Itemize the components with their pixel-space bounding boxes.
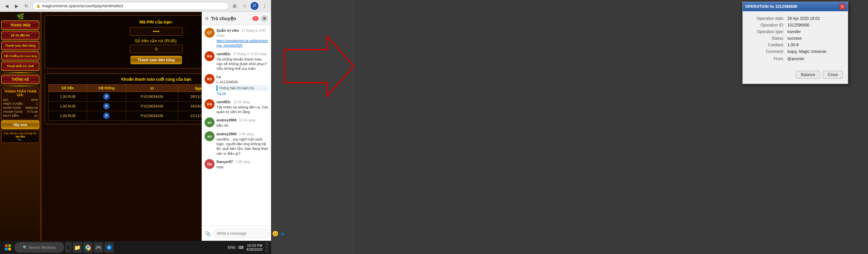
browser-content: 🌿 TRANG WEB Số dư đặt lên Thanh toán đơn…	[0, 12, 271, 254]
op-status-row: Status: success	[749, 36, 841, 41]
profile-icon[interactable]: P	[251, 2, 258, 10]
project-name: Na thu	[3, 135, 38, 138]
chat-msg-text: https://smartproject.at.ua/blog/vazhnye_…	[217, 38, 269, 48]
chat-menu-icon[interactable]: ≡	[205, 16, 208, 22]
thanh-toan-value: 7772.00	[27, 110, 38, 113]
chat-msg-text: hola	[217, 165, 269, 169]
chat-msg-name: Quản trị viên	[217, 28, 239, 32]
chat-panel: ≡ Trò chuyện 9 ✕ QT Quản trị viên 27 thá…	[202, 12, 271, 241]
op-type-row: Operation type: transfer	[749, 29, 841, 34]
sidebar-divider-1	[1, 73, 39, 73]
op-date-row: Operation date: 28 Apr 2020 18:02	[749, 16, 841, 21]
chat-avatar: QT	[205, 28, 215, 38]
col-system: Hệ thống	[87, 85, 126, 92]
refresh-button[interactable]: ↻	[23, 2, 30, 10]
search-button[interactable]: 🔍 Search Windows	[14, 242, 64, 253]
game-sidebar: 🌿 TRANG WEB Số dư đặt lên Thanh toán đơn…	[0, 12, 41, 254]
cell-amount: 1,00 RUB	[49, 102, 87, 111]
pin-input[interactable]	[130, 27, 183, 36]
cell-amount: 1,00 RUB	[49, 92, 87, 102]
thoat-button[interactable]: Thoát khỏi trò chơi	[1, 61, 39, 71]
tien-thuong-button[interactable]: Tiền thưởng khi mua hàng	[1, 51, 39, 60]
vine-top: 🌿	[17, 13, 24, 20]
chat-msg-text: bắn rồi	[217, 123, 269, 128]
chat-avatar: RA	[205, 99, 215, 109]
chat-title: Trò chuyện	[211, 16, 250, 21]
chat-msg-name: ramil81r	[217, 52, 231, 56]
extensions-icon[interactable]: ⊞	[231, 2, 239, 10]
right-panel: OPERATION № 1012596690 ✕ Operation date:…	[354, 0, 868, 254]
close-action-button[interactable]: Close	[823, 71, 843, 79]
chat-input[interactable]	[213, 229, 270, 238]
operation-dialog: OPERATION № 1012596690 ✕ Operation date:…	[742, 2, 848, 84]
dialog-close-x-button[interactable]: ✕	[839, 4, 845, 9]
chat-link[interactable]: https://smartproject.at.ua/blog/vazhnye_…	[217, 39, 268, 47]
balance-button[interactable]: Balance	[796, 71, 820, 79]
thanh-toan-stat: THANH TOÁN: 7772.00	[3, 110, 38, 114]
chat-avatar: an	[205, 117, 215, 127]
url-bar[interactable]: 🔒 magicuniverse.space/account/payment#se…	[32, 2, 229, 10]
start-button[interactable]	[3, 242, 13, 253]
chat-header: ≡ Trò chuyện 9 ✕	[202, 12, 271, 25]
chat-msg-content: Quản trị viên 27 tháng 6, 6:00 chiều htt…	[217, 28, 269, 48]
op-type-value: transfer	[787, 29, 801, 34]
browser-taskbar-button[interactable]: e	[104, 242, 114, 253]
chat-message: RA ramil81r 27 tháng 4 / 6:33 chiều Và n…	[205, 51, 269, 71]
stats-box: THÀNH PHẦN THAM GIA: GIÁ: 2576 TRỰC TUYẾ…	[1, 88, 39, 119]
svg-text:e: e	[108, 245, 111, 250]
menu-icon[interactable]: ⋮	[260, 2, 269, 10]
chrome-button[interactable]	[83, 242, 93, 253]
svg-rect-0	[5, 245, 8, 247]
chat-msg-time: 27 tháng 4 / 6:33 chiều	[233, 52, 267, 56]
reply-button[interactable]: Trả lời	[217, 92, 226, 95]
chat-msg-time: 2:48 sáng	[235, 160, 250, 164]
col-wallet: Ví	[126, 85, 178, 92]
op-status-label: Status:	[749, 36, 787, 41]
so-du-button[interactable]: Số dư đặt lên	[1, 31, 39, 40]
chat-messages: QT Quản trị viên 27 tháng 6, 6:00 chiều …	[202, 25, 271, 226]
ngay-den-value: 21	[34, 114, 38, 117]
thong-ke-button[interactable]: THỐNG KÊ	[1, 75, 39, 84]
trang-web-button[interactable]: TRANG WEB	[1, 21, 39, 30]
game-button[interactable]: 🎮	[94, 242, 103, 253]
chat-message: RD La L-411234545 Không hiểu thì kiểm tr…	[205, 74, 269, 95]
browser-toolbar: ◀ ▶ ↻ 🔒 magicuniverse.space/account/paym…	[0, 0, 271, 12]
red-arrow-graphic	[274, 26, 357, 109]
back-button[interactable]: ◀	[3, 2, 10, 10]
file-explorer-button[interactable]: 📁	[73, 242, 82, 253]
dialog-body: Operation date: 28 Apr 2020 18:02 Operat…	[743, 11, 848, 68]
project-title: Các dự án của chúng tôi:	[3, 132, 38, 135]
show-desktop-button[interactable]: □	[265, 242, 269, 253]
chat-msg-text: Và những khoản thanh toán nào sẽ không đ…	[217, 57, 269, 71]
browser-window: ◀ ▶ ↻ 🔒 magicuniverse.space/account/paym…	[0, 0, 271, 254]
thanh-toan-button[interactable]: Thanh toán đơn hàng	[1, 41, 39, 50]
forward-button[interactable]: ▶	[12, 2, 21, 10]
sidebar-divider-2	[1, 86, 39, 86]
ngay-den-label: NGÀY ĐẾN:	[3, 114, 19, 117]
star-icon[interactable]: ☆	[241, 2, 249, 10]
truc-tuyen-value: 1	[36, 102, 38, 106]
cell-system: P	[87, 111, 126, 121]
chat-avatar: Da	[205, 159, 215, 169]
hoan-toan-stat: HOÀN TOÀN: 25652.00	[3, 106, 38, 110]
hoan-toan-value: 25652.00	[25, 106, 38, 110]
chat-badge: 9	[252, 16, 258, 21]
project-box: Các dự án của chúng tôi: Na thu Yêu...	[1, 130, 39, 143]
svg-rect-2	[5, 248, 8, 250]
chat-close-button[interactable]: ✕	[261, 15, 268, 22]
chat-msg-name: andrey2900	[217, 132, 237, 136]
gia-stat: GIÁ: 2576	[3, 98, 38, 102]
hay-xem-button[interactable]: Hãy xem	[1, 120, 39, 129]
op-from-row: From: @anonim	[749, 57, 841, 61]
cell-system: P	[87, 102, 126, 111]
op-id-label: Operation ID:	[749, 23, 787, 27]
task-view-button[interactable]: ⧉	[65, 242, 71, 253]
amount-input[interactable]	[130, 45, 183, 53]
chat-msg-name: La	[217, 75, 221, 79]
pay-button[interactable]: Thanh toán đơn hàng	[130, 56, 182, 64]
chat-msg-content: andrey2900 2:45 sáng ramil81r , suy nghĩ…	[217, 131, 269, 156]
op-credited-value: 1.00 ₽	[787, 43, 799, 47]
middle-area	[271, 0, 354, 254]
op-from-label: From:	[749, 57, 787, 61]
attach-icon[interactable]: 📎	[205, 230, 211, 237]
